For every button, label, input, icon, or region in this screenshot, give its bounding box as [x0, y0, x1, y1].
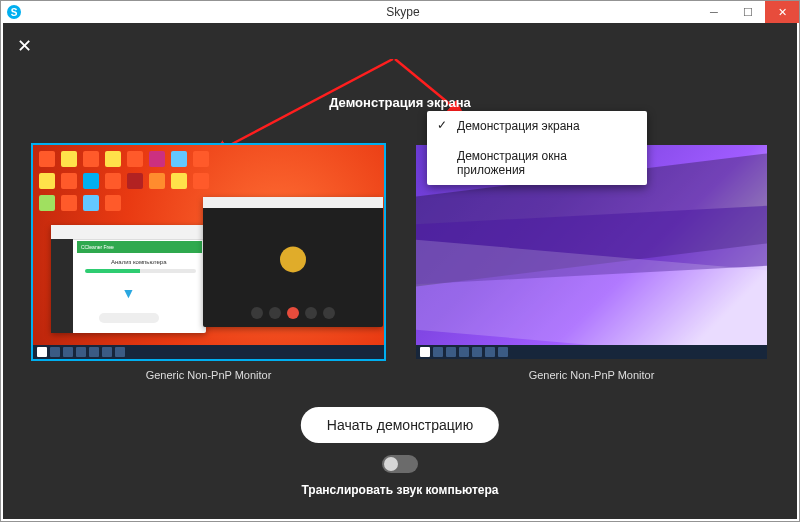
menu-item-label: Демонстрация окна приложения	[457, 149, 567, 177]
menu-item-share-screen[interactable]: Демонстрация экрана	[427, 111, 647, 141]
skype-call-window	[203, 197, 383, 327]
desktop-icon	[171, 173, 187, 189]
skype-window: S Skype ─ ☐ ✕ ✕ Демонстрация экрана Демо…	[0, 0, 800, 522]
call-controls	[203, 307, 383, 319]
desktop-icon	[149, 173, 165, 189]
monitor-option-1[interactable]: CCleaner Free Анализ компьютера ▼	[31, 143, 386, 381]
desktop-icon	[149, 151, 165, 167]
desktop-icon	[83, 195, 99, 211]
window-title: Skype	[7, 5, 799, 19]
close-button[interactable]: ✕	[765, 1, 799, 23]
desktop-icons	[39, 151, 229, 211]
desktop-icon	[127, 173, 143, 189]
ccleaner-product: CCleaner Free	[77, 241, 202, 253]
toggle-knob	[384, 457, 398, 471]
dialog-close-icon[interactable]: ✕	[17, 37, 32, 55]
desktop-icon	[39, 195, 55, 211]
menu-item-label: Демонстрация экрана	[457, 119, 580, 133]
transmit-audio-toggle[interactable]	[382, 455, 418, 473]
taskbar	[416, 345, 767, 359]
transmit-audio-label: Транслировать звук компьютера	[3, 483, 797, 497]
monitors-row: CCleaner Free Анализ компьютера ▼	[31, 143, 769, 381]
desktop-icon	[105, 151, 121, 167]
desktop-icon	[61, 195, 77, 211]
share-mode-menu: Демонстрация экрана Демонстрация окна пр…	[427, 111, 647, 185]
shield-icon: ▼	[122, 285, 136, 301]
minimize-button[interactable]: ─	[697, 1, 731, 23]
start-sharing-label: Начать демонстрацию	[327, 417, 473, 433]
share-screen-dialog: ✕ Демонстрация экрана Демонстрация экран…	[3, 23, 797, 519]
desktop-icon	[39, 173, 55, 189]
titlebar: S Skype ─ ☐ ✕	[1, 1, 799, 23]
start-button-icon	[37, 347, 47, 357]
dialog-title: Демонстрация экрана	[3, 95, 797, 110]
window-controls: ─ ☐ ✕	[697, 1, 799, 23]
monitor-1-label: Generic Non-PnP Monitor	[31, 369, 386, 381]
maximize-button[interactable]: ☐	[731, 1, 765, 23]
desktop-icon	[61, 173, 77, 189]
desktop-icon	[171, 151, 187, 167]
taskbar	[33, 345, 384, 359]
menu-item-share-app-window[interactable]: Демонстрация окна приложения	[427, 141, 647, 185]
desktop-icon	[83, 151, 99, 167]
ccleaner-heading: Анализ компьютера	[111, 259, 167, 265]
desktop-icon	[61, 151, 77, 167]
desktop-icon	[127, 151, 143, 167]
start-button-icon	[420, 347, 430, 357]
start-sharing-button[interactable]: Начать демонстрацию	[301, 407, 499, 443]
monitor-2-label: Generic Non-PnP Monitor	[414, 369, 769, 381]
desktop-icon	[83, 173, 99, 189]
ccleaner-window: CCleaner Free Анализ компьютера ▼	[51, 225, 206, 333]
desktop-icon	[193, 151, 209, 167]
monitor-1-thumbnail: CCleaner Free Анализ компьютера ▼	[31, 143, 386, 361]
desktop-icon	[105, 195, 121, 211]
hangup-icon	[287, 307, 299, 319]
desktop-icon	[39, 151, 55, 167]
desktop-icon	[193, 173, 209, 189]
desktop-icon	[105, 173, 121, 189]
avatar-icon	[280, 246, 306, 272]
